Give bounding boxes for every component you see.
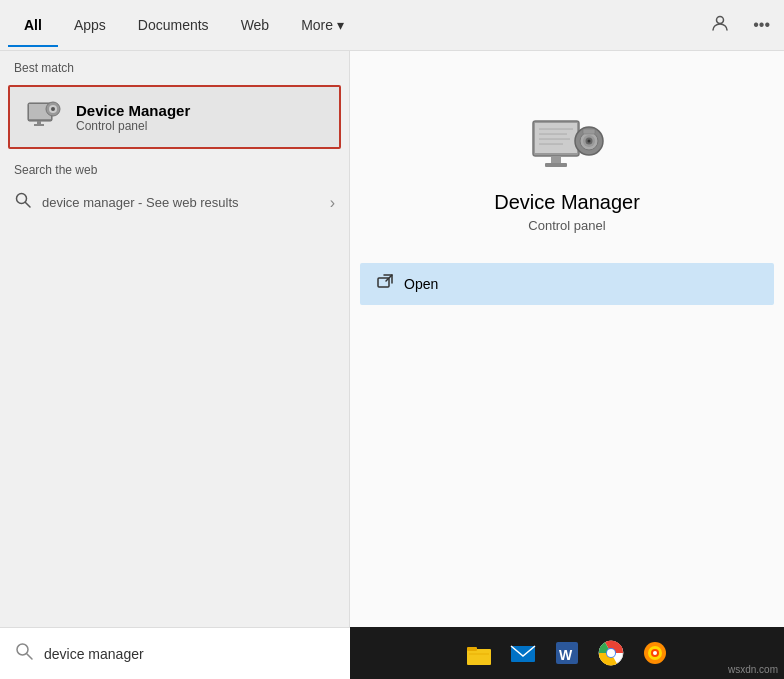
svg-rect-31 [467, 647, 477, 651]
tab-bar: All Apps Documents Web More ▾ ••• [0, 0, 784, 51]
svg-text:W: W [559, 647, 573, 663]
content-area: Best match Dev [0, 51, 784, 679]
best-match-label: Best match [0, 51, 349, 81]
left-panel: Best match Dev [0, 51, 350, 679]
web-search-item[interactable]: device manager - See web results › [0, 183, 349, 222]
open-icon [376, 273, 394, 295]
taskbar-file-explorer[interactable] [461, 635, 497, 671]
svg-rect-4 [34, 124, 44, 126]
svg-rect-24 [583, 129, 595, 134]
best-match-title: Device Manager [76, 102, 190, 119]
tab-apps[interactable]: Apps [58, 3, 122, 47]
svg-rect-30 [467, 649, 491, 665]
taskbar-chrome[interactable] [593, 635, 629, 671]
chevron-down-icon: ▾ [337, 17, 344, 33]
best-match-subtitle: Control panel [76, 119, 190, 133]
web-search-label: Search the web [0, 153, 349, 183]
search-bar-icon [14, 641, 34, 666]
right-panel: Device Manager Control panel Open [350, 51, 784, 679]
web-search-text: device manager - See web results [42, 195, 320, 210]
search-icon [14, 191, 32, 214]
more-options-button[interactable]: ••• [747, 12, 776, 38]
taskbar-word[interactable]: W [549, 635, 585, 671]
svg-rect-12 [535, 123, 577, 153]
open-button-label: Open [404, 276, 438, 292]
tab-web[interactable]: Web [225, 3, 286, 47]
svg-line-10 [26, 203, 31, 208]
svg-line-29 [27, 654, 32, 659]
svg-point-39 [607, 649, 615, 657]
svg-rect-17 [551, 156, 561, 164]
svg-rect-18 [545, 163, 567, 167]
search-input-display[interactable]: device manager [44, 646, 336, 662]
open-button[interactable]: Open [360, 263, 774, 305]
app-title-large: Device Manager [494, 191, 640, 214]
taskbar-misc[interactable] [637, 635, 673, 671]
tab-more[interactable]: More ▾ [285, 3, 360, 47]
svg-point-0 [717, 17, 724, 24]
svg-point-23 [588, 140, 591, 143]
account-icon-button[interactable] [705, 10, 735, 40]
svg-point-28 [17, 644, 28, 655]
best-match-text: Device Manager Control panel [76, 102, 190, 133]
device-manager-icon-small [24, 97, 64, 137]
search-bar: device manager [0, 627, 350, 679]
ellipsis-icon: ••• [753, 16, 770, 33]
tab-bar-right: ••• [705, 10, 776, 40]
app-subtitle-large: Control panel [528, 218, 605, 233]
watermark: wsxdn.com [728, 664, 778, 675]
device-manager-icon-large [527, 111, 607, 191]
svg-point-7 [51, 107, 55, 111]
svg-rect-32 [469, 653, 489, 655]
chevron-right-icon: › [330, 194, 335, 212]
search-panel: All Apps Documents Web More ▾ ••• Be [0, 0, 784, 679]
svg-point-43 [653, 651, 657, 655]
best-match-item[interactable]: Device Manager Control panel [8, 85, 341, 149]
taskbar: W wsxdn.com [350, 627, 784, 679]
taskbar-mail[interactable] [505, 635, 541, 671]
tab-documents[interactable]: Documents [122, 3, 225, 47]
tab-all[interactable]: All [8, 3, 58, 47]
